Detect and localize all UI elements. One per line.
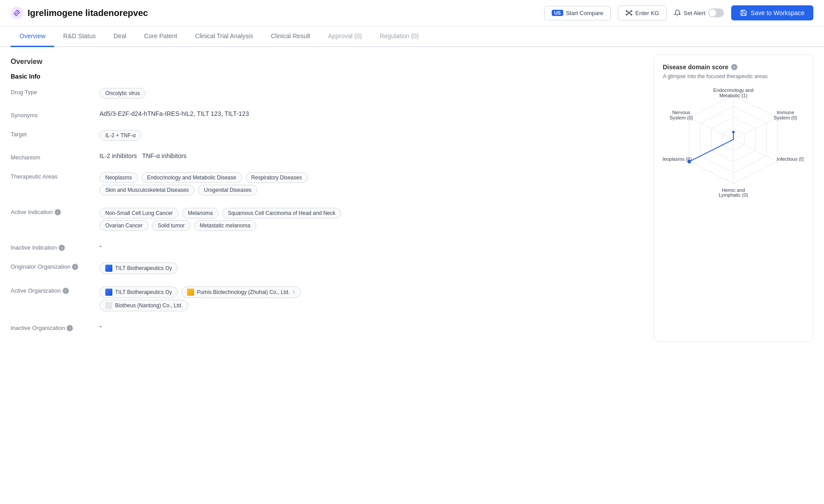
svg-text:Endocrinology and: Endocrinology and [713,87,753,93]
svg-point-20 [732,131,735,133]
compare-label: Start Compare [566,10,604,16]
drug-type-row: Drug Type Oncolytic virus [11,87,643,99]
tilt-org-icon [105,265,112,272]
save-label: Save to Workspace [751,9,804,16]
svg-text:Neoplasms (6): Neoplasms (6) [663,156,692,162]
inactive-org-info-icon[interactable]: i [67,325,73,331]
enter-kg-label: Enter KG [635,10,659,16]
drug-type-label: Drug Type [11,87,100,95]
svg-line-9 [630,13,631,15]
app-header: Igrelimogene litadenorepvec US Start Com… [0,0,824,26]
indication-ovarian: Ovarian Cancer [100,220,148,231]
area-neoplasms: Neoplasms [100,172,138,183]
active-indication-label-container: Active Indication i [11,207,100,215]
disease-domain-subtitle: A glimpse into the focused therapeutic a… [663,73,804,79]
originator-tilt[interactable]: TILT Biotherapeutics Oy [100,262,178,274]
basic-info-title: Basic Info [11,73,643,80]
radar-chart: Endocrinology and Metabolic (1) Nervous … [663,87,804,210]
active-indication-info-icon[interactable]: i [55,209,61,215]
mechanism-item-1: IL-2 inhibitors [100,152,137,159]
nav-tabs: Overview R&D Status Deal Core Patent Cli… [0,26,824,47]
active-org-row: Active Organization i TILT Biotherapeuti… [11,286,643,312]
overview-section: Overview Basic Info Drug Type Oncolytic … [11,58,643,342]
header-right: US Start Compare Enter KG Set Alert Save… [544,5,813,20]
inactive-org-row: Inactive Organization i - [11,323,643,331]
active-indication-value: Non-Small Cell Lung Cancer Melanoma Squa… [100,207,643,232]
radar-chart-container: Endocrinology and Metabolic (1) Nervous … [663,87,804,211]
alert-icon [674,9,681,16]
alert-toggle[interactable] [708,8,724,17]
tab-rd-status[interactable]: R&D Status [54,26,104,47]
disease-domain-info-icon[interactable]: i [731,64,737,70]
set-alert-label: Set Alert [684,10,705,16]
active-org-value: TILT Biotherapeutics Oy Pumis Biotechnol… [100,286,643,312]
overview-title: Overview [11,58,643,66]
originator-org-row: Originator Organization i TILT Biotherap… [11,262,643,275]
drug-icon [11,7,23,19]
indication-melanoma: Melanoma [182,208,219,218]
active-org-info-icon[interactable]: i [63,288,69,294]
mechanism-value: IL-2 inhibitors TNF-α inhibitors [100,152,643,159]
inactive-org-label: Inactive Organization [11,325,65,331]
inactive-indication-label: Inactive Indication [11,244,57,251]
indication-squamous: Squamous Cell Carcinoma of Head and Neck [222,208,341,218]
tab-clinical-trial[interactable]: Clinical Trial Analysis [186,26,262,47]
svg-line-7 [630,12,631,13]
indication-metastatic: Metastatic melanoma [194,220,256,231]
active-org-label-container: Active Organization i [11,286,100,294]
target-tag: IL-2 + TNF-α [100,130,141,141]
start-compare-button[interactable]: US Start Compare [544,6,611,20]
svg-text:Nervous: Nervous [672,110,690,115]
inactive-indication-info-icon[interactable]: i [59,245,65,251]
synonyms-value: Ad5/3-E2F-d24-hTNFa-IRES-hIL2, TILT 123,… [100,110,643,117]
tab-regulation[interactable]: Regulation (0) [371,26,428,47]
tab-core-patent[interactable]: Core Patent [135,26,186,47]
svg-text:System (0): System (0) [774,115,797,120]
therapeutic-areas-label: Therapeutic Areas [11,171,100,180]
save-icon [740,9,747,16]
biotheus-icon [105,302,112,309]
drug-type-value: Oncolytic virus [100,87,643,99]
svg-text:Immune: Immune [777,110,794,115]
inactive-indication-row: Inactive Indication i - [11,242,643,251]
indication-nsclc: Non-Small Cell Lung Cancer [100,208,179,218]
mechanism-row: Mechanism IL-2 inhibitors TNF-α inhibito… [11,152,643,161]
us-badge: US [552,10,563,16]
active-org-label: Active Organization [11,287,61,294]
svg-text:System (0): System (0) [669,115,693,120]
synonyms-label: Synonyms [11,110,100,119]
active-indication-row: Active Indication i Non-Small Cell Lung … [11,207,643,232]
inactive-indication-label-container: Inactive Indication i [11,242,100,251]
enter-kg-button[interactable]: Enter KG [618,5,666,20]
active-biotheus[interactable]: Biotheus (Nantong) Co., Ltd. [100,300,188,311]
svg-point-2 [626,11,628,12]
originator-org-info-icon[interactable]: i [72,264,78,270]
tab-overview[interactable]: Overview [11,26,54,47]
header-left: Igrelimogene litadenorepvec [11,7,148,19]
disease-domain-title: Disease domain score i [663,63,804,71]
tab-approval[interactable]: Approval (0) [319,26,370,47]
svg-text:Hemic and: Hemic and [722,187,745,193]
active-pumis[interactable]: Pumis Biotechnology (Zhuhai) Co., Ltd. ↑ [181,286,301,298]
tab-deal[interactable]: Deal [105,26,135,47]
area-endocrinology: Endocrinology and Metabolic Disease [141,172,242,183]
synonyms-row: Synonyms Ad5/3-E2F-d24-hTNFa-IRES-hIL2, … [11,110,643,119]
save-to-workspace-button[interactable]: Save to Workspace [731,5,813,20]
indication-solid: Solid tumor [152,220,191,231]
tilt-icon-2 [105,289,112,296]
originator-org-label: Originator Organization [11,263,70,270]
disease-domain-card: Disease domain score i A glimpse into th… [653,54,813,342]
svg-text:Lymphatic (0): Lymphatic (0) [719,192,748,198]
target-label: Target [11,129,100,138]
target-row: Target IL-2 + TNF-α [11,129,643,142]
set-alert-button[interactable]: Set Alert [674,8,724,17]
tab-clinical-result[interactable]: Clinical Result [262,26,319,47]
area-skin: Skin and Musculoskeletal Diseases [100,185,195,195]
pumis-icon [187,289,194,296]
active-tilt[interactable]: TILT Biotherapeutics Oy [100,286,178,298]
svg-point-3 [631,11,632,12]
inactive-org-value: - [100,323,643,330]
pumis-arrow-icon: ↑ [292,289,295,295]
area-respiratory: Respiratory Diseases [246,172,308,183]
inactive-org-label-container: Inactive Organization i [11,323,100,331]
